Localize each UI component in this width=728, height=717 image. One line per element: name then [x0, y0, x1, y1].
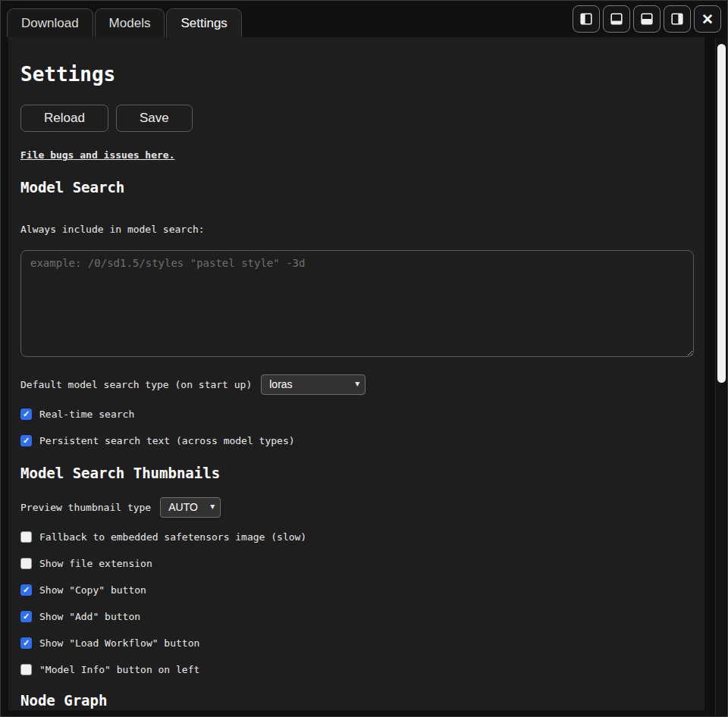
- save-button[interactable]: Save: [116, 105, 193, 132]
- preview-thumbnail-select[interactable]: AUTO: [160, 497, 221, 518]
- show-file-extension-checkbox[interactable]: ✓: [20, 558, 32, 569]
- bugs-link-row: File bugs and issues here.: [20, 147, 694, 161]
- show-add-button-label: Show "Add" button: [39, 611, 140, 622]
- show-copy-button-label: Show "Copy" button: [39, 584, 146, 596]
- file-bugs-link[interactable]: File bugs and issues here.: [20, 149, 175, 161]
- tab-settings[interactable]: Settings: [166, 8, 241, 37]
- layout-right-icon: [670, 11, 685, 27]
- window-controls: ✕: [573, 5, 721, 37]
- vertical-scrollbar-track[interactable]: [715, 38, 726, 715]
- show-add-button-checkbox-row[interactable]: ✓ Show "Add" button: [20, 611, 694, 623]
- show-file-extension-label: Show file extension: [39, 558, 152, 569]
- page-title: Settings: [20, 64, 694, 85]
- layout-left-icon: [579, 11, 594, 27]
- check-icon: ✓: [23, 586, 30, 594]
- realtime-search-checkbox[interactable]: ✓: [20, 409, 32, 420]
- dock-left-button[interactable]: [573, 5, 600, 33]
- show-file-extension-checkbox-row[interactable]: ✓ Show file extension: [20, 558, 694, 570]
- show-copy-button-checkbox-row[interactable]: ✓ Show "Copy" button: [20, 584, 694, 596]
- model-search-heading: Model Search: [20, 180, 694, 196]
- settings-panel: Settings Reload Save File bugs and issue…: [8, 37, 704, 710]
- preview-thumbnail-select-wrap: AUTO ▾: [160, 497, 221, 518]
- realtime-search-checkbox-row[interactable]: ✓ Real-time search: [20, 409, 694, 421]
- check-icon: ✓: [23, 612, 30, 621]
- default-search-type-select[interactable]: loras: [261, 374, 366, 395]
- default-search-type-select-wrap: loras ▾: [261, 374, 366, 395]
- persistent-search-checkbox[interactable]: ✓: [20, 435, 32, 446]
- check-icon: ✓: [23, 639, 30, 647]
- show-add-button-checkbox[interactable]: ✓: [20, 611, 32, 622]
- always-include-textarea[interactable]: [20, 250, 694, 357]
- check-icon: ✓: [23, 437, 30, 445]
- thumbnails-heading: Model Search Thumbnails: [20, 465, 694, 482]
- tab-download-label: Download: [21, 16, 79, 31]
- vertical-scrollbar-thumb[interactable]: [717, 44, 726, 383]
- show-load-workflow-checkbox[interactable]: ✓: [20, 637, 32, 649]
- fallback-safetensors-checkbox-row[interactable]: ✓ Fallback to embedded safetensors image…: [20, 531, 694, 543]
- app-window: Download Models Settings: [0, 0, 728, 717]
- tab-models[interactable]: Models: [95, 8, 165, 37]
- model-info-left-checkbox[interactable]: ✓: [20, 664, 32, 675]
- check-icon: ✓: [23, 410, 30, 418]
- dock-right-button[interactable]: [664, 5, 691, 33]
- show-copy-button-checkbox[interactable]: ✓: [20, 584, 32, 596]
- realtime-search-label: Real-time search: [39, 409, 134, 420]
- action-button-row: Reload Save: [20, 105, 694, 132]
- node-graph-heading: Node Graph: [20, 693, 694, 709]
- show-load-workflow-label: Show "Load Workflow" button: [39, 637, 199, 649]
- tab-bar: Download Models Settings: [1, 1, 727, 37]
- dock-bottom-button[interactable]: [603, 5, 630, 33]
- model-info-left-checkbox-row[interactable]: ✓ "Model Info" button on left: [20, 664, 694, 676]
- model-info-left-label: "Model Info" button on left: [39, 664, 199, 675]
- default-search-type-row: Default model search type (on start up) …: [20, 374, 694, 395]
- always-include-label: Always include in model search:: [20, 224, 694, 236]
- layout-bottom-icon: [609, 11, 624, 27]
- tab-settings-label: Settings: [180, 16, 227, 31]
- close-button[interactable]: ✕: [694, 5, 721, 33]
- persistent-search-label: Persistent search text (across model typ…: [39, 435, 295, 446]
- persistent-search-checkbox-row[interactable]: ✓ Persistent search text (across model t…: [20, 435, 694, 447]
- preview-thumbnail-row: Preview thumbnail type AUTO ▾: [20, 497, 694, 518]
- show-load-workflow-checkbox-row[interactable]: ✓ Show "Load Workflow" button: [20, 637, 694, 650]
- dock-bottom-expand-button[interactable]: [633, 5, 661, 33]
- tab-download[interactable]: Download: [7, 8, 93, 37]
- close-icon: ✕: [701, 12, 714, 27]
- preview-thumbnail-label: Preview thumbnail type: [20, 502, 151, 513]
- layout-bottom-expand-icon: [639, 11, 654, 27]
- fallback-safetensors-label: Fallback to embedded safetensors image (…: [39, 531, 306, 543]
- tab-models-label: Models: [109, 16, 151, 31]
- fallback-safetensors-checkbox[interactable]: ✓: [20, 531, 32, 543]
- default-search-type-label: Default model search type (on start up): [20, 379, 252, 390]
- reload-button[interactable]: Reload: [20, 105, 108, 132]
